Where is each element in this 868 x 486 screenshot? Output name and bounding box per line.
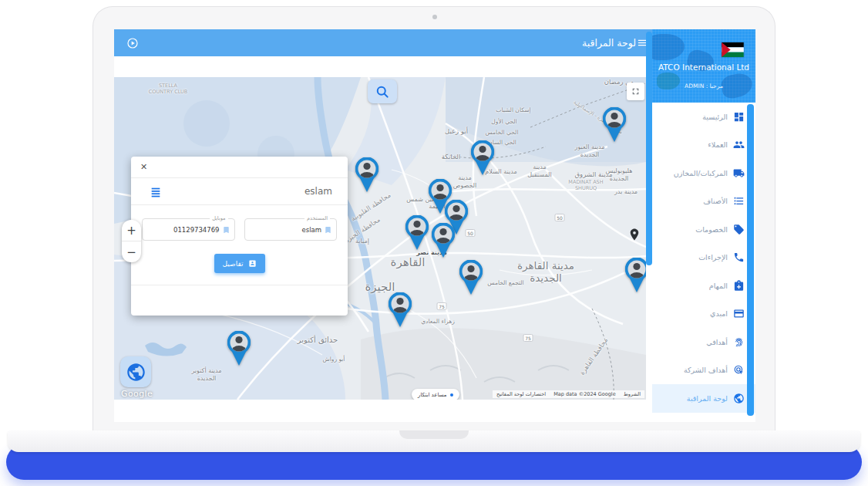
clients-icon bbox=[733, 139, 745, 150]
user-info-panel: ✕ eslam موبايل 01129734769 bbox=[131, 157, 348, 316]
map-place-label: إمبابة bbox=[355, 238, 369, 245]
top-header: لوحة المراقبة bbox=[114, 29, 652, 56]
details-button[interactable]: تفاصيل bbox=[214, 254, 265, 273]
fullscreen-icon bbox=[631, 86, 641, 96]
map-place-label: الحي الخامس bbox=[486, 129, 519, 136]
map-place-label: الحي الأول bbox=[491, 118, 516, 125]
mobile-field-label: موبايل bbox=[210, 215, 227, 221]
list-icon bbox=[733, 195, 745, 207]
assistant-chip-label: مساعد ابتكار bbox=[418, 392, 447, 398]
close-icon[interactable]: ✕ bbox=[140, 162, 147, 172]
terms-link[interactable]: الشروط bbox=[624, 391, 641, 397]
sidebar-item-company-goals[interactable]: أهداف الشركة bbox=[652, 356, 755, 385]
tag-icon bbox=[733, 224, 745, 235]
details-button-label: تفاصيل bbox=[223, 260, 244, 268]
map-person-marker[interactable] bbox=[470, 140, 495, 176]
map-person-marker[interactable] bbox=[624, 258, 646, 293]
bookmark-icon[interactable] bbox=[222, 225, 230, 235]
page-title: لوحة المراقبة bbox=[582, 37, 636, 49]
map-search-button[interactable] bbox=[368, 79, 397, 103]
username-field[interactable]: المستخدم eslam bbox=[244, 218, 338, 241]
map-person-marker[interactable] bbox=[355, 157, 379, 193]
map-place-label: مدينة المستقبل bbox=[524, 164, 555, 178]
map-place-label: هليوبوليس الجديدة bbox=[602, 167, 636, 182]
panel-fields: موبايل 01129734769 المستخدم eslam bbox=[131, 205, 348, 247]
badge-icon bbox=[248, 259, 257, 268]
fullscreen-button[interactable] bbox=[627, 83, 644, 100]
map-place-label: أبو رواش bbox=[323, 356, 345, 363]
map-person-marker[interactable] bbox=[388, 292, 412, 328]
sidebar-item-my-goals[interactable]: أهدافي bbox=[652, 328, 755, 356]
panel-name-row: eslam bbox=[131, 178, 348, 205]
webcam-dot bbox=[432, 15, 437, 19]
sidebar-item-home[interactable]: الرئيسية bbox=[652, 103, 755, 131]
content-scrollbar[interactable] bbox=[646, 32, 652, 265]
road-shield: 75 bbox=[437, 302, 447, 310]
panel-header: ✕ bbox=[131, 157, 348, 178]
map-person-marker[interactable] bbox=[431, 223, 456, 258]
sidebar-item-monitoring[interactable]: لوحة المراقبة bbox=[652, 384, 755, 413]
google-logo[interactable]: Google bbox=[121, 389, 153, 399]
dashboard-icon bbox=[733, 111, 745, 123]
username-field-value: eslam bbox=[301, 226, 321, 234]
palestine-flag-icon bbox=[722, 42, 744, 57]
laptop-base-notch bbox=[399, 430, 469, 439]
sidebar-scrollbar[interactable] bbox=[747, 104, 754, 416]
truck-icon bbox=[733, 167, 745, 179]
road-shield: 75 bbox=[523, 334, 533, 342]
power-icon[interactable] bbox=[126, 37, 139, 49]
map-place-label: مدينة العبور الجديدة bbox=[572, 143, 607, 158]
map-data-text: Map data ©2024 Google bbox=[553, 391, 616, 397]
earth-view-button[interactable] bbox=[120, 356, 151, 387]
clipboard-plus-icon bbox=[733, 280, 745, 292]
mobile-field-value: 01129734769 bbox=[173, 226, 220, 234]
map-place-label: مدينة بدر bbox=[614, 188, 638, 195]
card-icon bbox=[733, 308, 745, 319]
details-menu-icon[interactable] bbox=[150, 186, 162, 197]
map-person-marker[interactable] bbox=[405, 215, 429, 251]
globe-icon bbox=[126, 362, 146, 383]
sidebar-header: ATCO International Ltd مرحبا : ADMIN bbox=[652, 29, 755, 103]
sidebar-item-tasks[interactable]: المهام bbox=[652, 272, 755, 300]
search-icon bbox=[375, 84, 390, 100]
map-person-marker[interactable] bbox=[227, 331, 251, 366]
map-person-marker[interactable] bbox=[459, 260, 483, 295]
main-area: لوحة المراقبة bbox=[114, 29, 652, 422]
sidebar-item-ambedi[interactable]: امبدي bbox=[652, 300, 755, 329]
zoom-in-button[interactable]: + bbox=[122, 220, 141, 241]
google-map[interactable]: القاهرةالجيزةمدينة القاهرة الجديدةحدائق … bbox=[114, 77, 646, 400]
map-place-label: مدينة الخصوص bbox=[452, 174, 478, 189]
zoom-out-button[interactable]: − bbox=[122, 241, 141, 262]
bookmark-icon[interactable] bbox=[324, 225, 332, 235]
place-pin-icon[interactable] bbox=[627, 228, 641, 241]
mobile-field[interactable]: موبايل 01129734769 bbox=[142, 218, 235, 241]
sidebar-item-vehicles[interactable]: المركبات/المخازن bbox=[652, 159, 755, 187]
welcome-admin-text: مرحبا : ADMIN bbox=[652, 83, 755, 89]
map-attribution: اختصارات لوحة المفاتيح Map data ©2024 Go… bbox=[493, 390, 644, 398]
map-place-label: القاهرة bbox=[391, 255, 426, 269]
sidebar-menu: الرئيسية العملاء المركبات/المخازن الأصنا… bbox=[652, 103, 755, 413]
company-name: ATCO International Ltd bbox=[652, 62, 755, 72]
map-place-label: الخانكة bbox=[442, 153, 461, 160]
target-click-icon bbox=[733, 364, 745, 376]
keyboard-shortcuts-link[interactable]: اختصارات لوحة المفاتيح bbox=[496, 391, 546, 397]
map-person-marker[interactable] bbox=[602, 107, 627, 143]
assistant-chip[interactable]: مساعد ابتكار bbox=[412, 389, 459, 400]
road-shield: 50 bbox=[555, 214, 565, 221]
sidebar-item-procedures[interactable]: الإجراءات bbox=[652, 244, 755, 272]
map-place-label: مدينة أكتوبر الجديدة bbox=[186, 367, 228, 382]
sidebar-item-discounts[interactable]: الخصومات bbox=[652, 215, 755, 244]
map-place-label: زهراء المعادي bbox=[421, 318, 455, 325]
map-place-label: حدائق أكتوبر bbox=[298, 336, 338, 344]
panel-footer bbox=[131, 285, 348, 313]
sidebar-item-clients[interactable]: العملاء bbox=[652, 131, 755, 160]
map-place-label: إسكان الشباب bbox=[496, 106, 530, 113]
map-place-label: أبو زعبل bbox=[445, 127, 468, 135]
chip-dot-icon bbox=[450, 393, 453, 397]
sidebar-item-categories[interactable]: الأصناف bbox=[652, 187, 755, 216]
phone-icon bbox=[733, 251, 745, 263]
worldmap-decoration bbox=[652, 34, 685, 60]
zoom-control: + − bbox=[122, 220, 141, 262]
map-place-label: التجمع الخامس bbox=[487, 279, 523, 286]
sidebar: ATCO International Ltd مرحبا : ADMIN الر… bbox=[652, 29, 755, 422]
